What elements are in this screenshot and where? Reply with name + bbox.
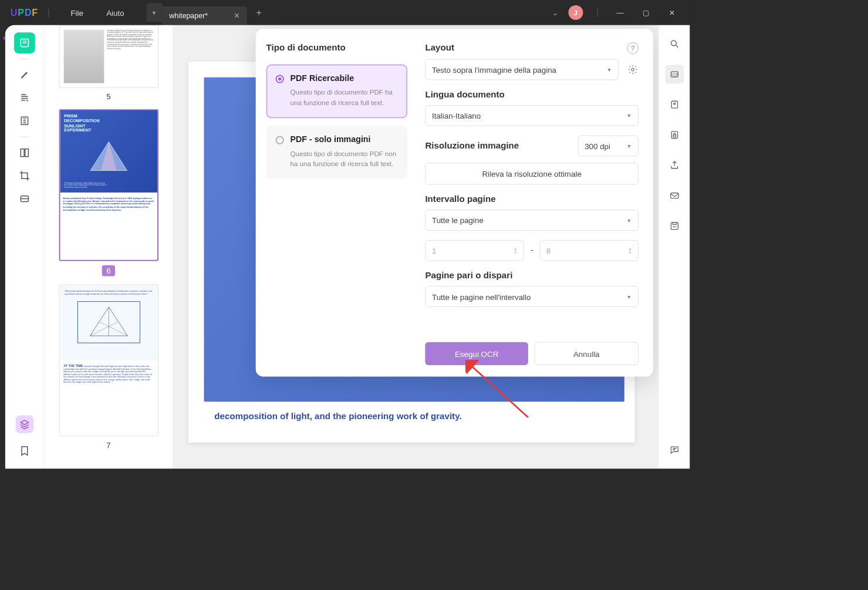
right-toolbar: OCR: [658, 25, 690, 469]
menu-file[interactable]: File: [70, 8, 83, 17]
oddeven-label: Pagine pari o dispari: [425, 271, 639, 281]
tab-title: whitepaper*: [169, 12, 208, 20]
edit-tool[interactable]: [14, 87, 35, 109]
svg-rect-2: [21, 149, 24, 157]
doctype-imageonly-title: PDF - solo immagini: [291, 135, 397, 144]
help-icon[interactable]: ?: [627, 42, 639, 54]
tab-add-icon[interactable]: +: [256, 7, 262, 18]
thumb-number-7: 7: [106, 440, 110, 449]
cancel-button[interactable]: Annulla: [535, 342, 639, 365]
crop-tool[interactable]: [14, 166, 35, 187]
doctype-searchable-desc: Questo tipo di documento PDF ha una funz…: [291, 87, 397, 108]
window-maximize-icon[interactable]: ▢: [639, 8, 654, 16]
layers-button[interactable]: [16, 415, 33, 433]
thumbnail-page-7[interactable]: These studies laid the foundation for th…: [59, 285, 158, 436]
thumb-number-5: 5: [106, 92, 110, 101]
window-close-icon[interactable]: ✕: [664, 8, 680, 16]
svg-point-14: [671, 41, 676, 46]
search-tool[interactable]: [665, 35, 684, 53]
svg-rect-3: [25, 149, 29, 157]
range-from-input[interactable]: 1 ▲▼: [425, 240, 524, 261]
reader-tool[interactable]: [14, 32, 35, 53]
detect-resolution-button[interactable]: Rileva la risoluzione ottimale: [425, 163, 639, 184]
pagerange-select[interactable]: Tutte le pagine▼: [425, 210, 639, 231]
thumbnail-page-5[interactable]: direction and other factors of the point…: [59, 25, 158, 88]
ocr-tool[interactable]: OCR: [665, 65, 684, 83]
chevron-down-icon: ▼: [627, 294, 632, 299]
svg-rect-21: [670, 193, 678, 198]
resolution-label: Risoluzione immagine: [425, 141, 519, 151]
doctype-imageonly[interactable]: PDF - solo immagini Questo tipo di docum…: [266, 126, 408, 180]
user-avatar[interactable]: J: [568, 5, 583, 20]
ai-tool[interactable]: [665, 95, 684, 114]
comment-tool[interactable]: [665, 440, 684, 459]
lang-select[interactable]: Italian-Italiano▼: [425, 105, 639, 126]
bookmark-tool[interactable]: [14, 440, 35, 461]
chevron-down-icon: ▼: [627, 143, 632, 149]
thumbnail-panel: direction and other factors of the point…: [45, 25, 173, 469]
svg-point-18: [673, 103, 675, 104]
chevron-down-icon: ▼: [627, 113, 632, 119]
thumbnail-page-6[interactable]: PRISM DECOMPOSITION SUNLIGHT EXPERIMENT …: [59, 109, 158, 261]
svg-text:OCR: OCR: [671, 73, 678, 76]
oddeven-select[interactable]: Tutte le pagine nell'intervallo▼: [425, 286, 639, 307]
svg-line-9: [90, 322, 118, 336]
titlebar: UPDF | File Aiuto ▼ whitepaper* × + ⌄ J …: [0, 0, 690, 25]
titlebar-chevron-down-icon[interactable]: ⌄: [552, 9, 558, 16]
document-tab[interactable]: whitepaper* ×: [162, 6, 247, 25]
document-canvas[interactable]: decomposition of light, and the pioneeri…: [173, 25, 658, 469]
run-ocr-button[interactable]: Esegui OCR: [425, 342, 528, 365]
app-logo: UPDF: [11, 7, 38, 18]
range-dash: -: [531, 246, 533, 255]
page-tool[interactable]: [14, 110, 35, 132]
svg-rect-22: [671, 222, 678, 230]
resolution-select[interactable]: 300 dpi▼: [578, 136, 639, 157]
doctype-imageonly-desc: Questo tipo di documento PDF non ha una …: [291, 149, 397, 169]
doctype-searchable[interactable]: PDF Ricercabile Questo tipo di documento…: [266, 65, 408, 119]
doctype-heading: Tipo di documento: [266, 42, 408, 53]
svg-point-11: [631, 68, 634, 70]
redact-tool[interactable]: [14, 188, 35, 210]
doc-visible-text: decomposition of light, and the pioneeri…: [214, 411, 609, 422]
thumb-number-6: 6: [102, 265, 115, 277]
layout-select[interactable]: Testo sopra l'immagine della pagina▼: [425, 59, 619, 80]
email-tool[interactable]: [665, 186, 684, 205]
organize-tool[interactable]: [14, 142, 35, 163]
left-toolbar: [5, 25, 45, 469]
lang-label: Lingua documento: [425, 89, 639, 100]
pagerange-label: Intervallo pagine: [425, 194, 639, 205]
ocr-panel: Tipo di documento PDF Ricercabile Questo…: [256, 29, 653, 377]
radio-icon: [276, 75, 284, 83]
layout-label: Layout: [425, 43, 454, 53]
svg-line-10: [99, 322, 127, 336]
chevron-down-icon: ▼: [627, 217, 632, 223]
gear-icon[interactable]: [627, 64, 639, 76]
tab-close-icon[interactable]: ×: [234, 10, 239, 21]
save-tool[interactable]: [665, 217, 684, 235]
share-tool[interactable]: [665, 156, 684, 175]
protect-tool[interactable]: [665, 126, 684, 144]
radio-icon: [276, 136, 284, 144]
svg-rect-20: [673, 135, 676, 137]
menu-help[interactable]: Aiuto: [106, 8, 124, 17]
highlighter-tool[interactable]: [14, 65, 35, 86]
doctype-searchable-title: PDF Ricercabile: [291, 74, 397, 83]
window-minimize-icon[interactable]: —: [612, 8, 628, 16]
tab-list-dropdown[interactable]: ▼: [146, 3, 162, 22]
chevron-down-icon: ▼: [607, 67, 612, 73]
range-to-input[interactable]: 8 ▲▼: [539, 240, 639, 261]
